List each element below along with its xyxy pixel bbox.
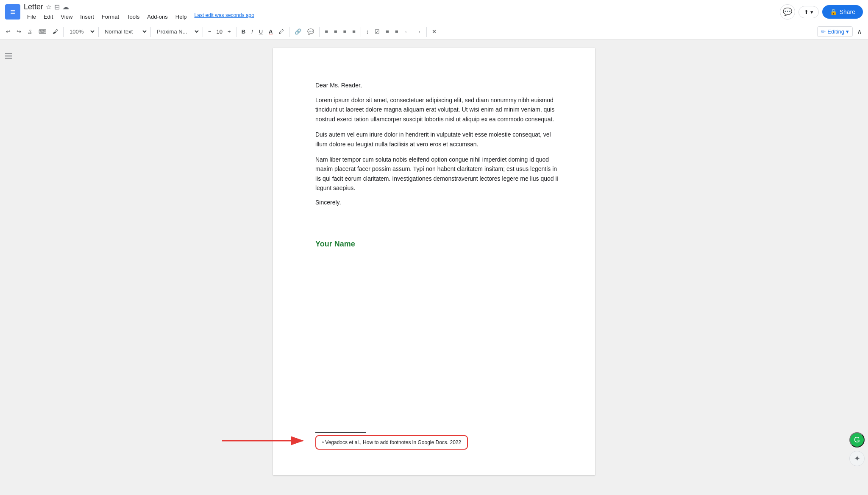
menu-edit[interactable]: Edit bbox=[40, 12, 56, 21]
footnote-area: ¹ Vegadocs et al., How to add footnotes … bbox=[315, 432, 561, 450]
spell-check-button[interactable]: ⌨ bbox=[36, 27, 49, 36]
insert-link-button[interactable]: 🔗 bbox=[292, 27, 304, 36]
doc-closing[interactable]: Sincerely, bbox=[315, 199, 561, 206]
menu-insert[interactable]: Insert bbox=[77, 12, 97, 21]
sidebar-toggle-icon bbox=[4, 52, 13, 61]
menu-bar: File Edit View Insert Format Tools Add-o… bbox=[24, 12, 776, 21]
align-right-button[interactable]: ≡ bbox=[341, 27, 349, 36]
divider-7 bbox=[319, 27, 320, 37]
doc-title: Letter bbox=[24, 3, 43, 11]
zoom-select[interactable]: 100% 75% 125% 150% bbox=[66, 26, 96, 37]
bold-button[interactable]: B bbox=[239, 27, 248, 36]
star-icon[interactable]: ☆ bbox=[46, 3, 52, 11]
divider-6 bbox=[289, 27, 289, 37]
save-dropdown-arrow[interactable]: ▾ bbox=[810, 9, 813, 15]
text-color-button[interactable]: A bbox=[266, 27, 275, 36]
divider-3 bbox=[150, 27, 151, 37]
document-page[interactable]: Dear Ms. Reader, Lorem ipsum dolor sit a… bbox=[273, 48, 595, 475]
text-style-select[interactable]: Normal text Heading 1 Heading 2 bbox=[101, 26, 148, 37]
document-container[interactable]: Dear Ms. Reader, Lorem ipsum dolor sit a… bbox=[0, 39, 868, 492]
insert-comment-button[interactable]: 💬 bbox=[305, 27, 317, 36]
footnote-text[interactable]: ¹ Vegadocs et al., How to add footnotes … bbox=[315, 435, 468, 450]
app-icon[interactable]: ≡ bbox=[5, 4, 20, 20]
doc-salutation[interactable]: Dear Ms. Reader, bbox=[315, 82, 561, 89]
font-size-increase-button[interactable]: + bbox=[225, 27, 234, 36]
right-sidebar: G ✦ bbox=[846, 429, 868, 470]
underline-button[interactable]: U bbox=[256, 27, 265, 36]
grammarly-button[interactable]: G bbox=[849, 432, 865, 447]
top-bar: ≡ Letter ☆ ⊟ ☁ File Edit View Insert For… bbox=[0, 0, 868, 24]
align-justify-button[interactable]: ≡ bbox=[350, 27, 358, 36]
pencil-icon: ✏ bbox=[821, 28, 826, 35]
menu-tools[interactable]: Tools bbox=[123, 12, 143, 21]
top-right-actions: 💬 ⬆ ▾ 🔒 Share bbox=[780, 4, 863, 20]
divider-1 bbox=[63, 27, 64, 37]
doc-paragraph-3[interactable]: Nam liber tempor cum soluta nobis eleife… bbox=[315, 155, 561, 193]
save-to-drive-button[interactable]: ⬆ ▾ bbox=[798, 6, 819, 18]
indent-less-button[interactable]: ← bbox=[402, 27, 412, 36]
toolbar: ↩ ↪ 🖨 ⌨ 🖌 100% 75% 125% 150% Normal text… bbox=[0, 24, 868, 39]
save-icon: ⬆ bbox=[804, 9, 809, 15]
divider-8 bbox=[361, 27, 361, 37]
doc-title-row: Letter ☆ ⊟ ☁ bbox=[24, 3, 776, 11]
redo-button[interactable]: ↪ bbox=[14, 27, 24, 36]
sidebar-toggle-button[interactable] bbox=[0, 48, 17, 65]
footnote-rule bbox=[315, 432, 366, 433]
share-label: Share bbox=[840, 8, 855, 15]
svg-rect-2 bbox=[5, 58, 12, 59]
comment-button[interactable]: 💬 bbox=[780, 4, 795, 20]
highlight-button[interactable]: 🖊 bbox=[276, 27, 287, 36]
gemini-button[interactable]: ✦ bbox=[849, 451, 865, 466]
last-edit-link[interactable]: Last edit was seconds ago bbox=[195, 12, 254, 21]
checklist-button[interactable]: ☑ bbox=[372, 27, 382, 36]
doc-paragraph-1[interactable]: Lorem ipsum dolor sit amet, consectetuer… bbox=[315, 95, 561, 124]
menu-addons[interactable]: Add-ons bbox=[144, 12, 171, 21]
editing-mode-button[interactable]: ✏ Editing ▾ bbox=[817, 26, 853, 37]
svg-rect-0 bbox=[5, 53, 12, 54]
lock-icon: 🔒 bbox=[830, 8, 837, 15]
editing-dropdown-arrow: ▾ bbox=[846, 28, 849, 35]
numbered-list-button[interactable]: ≡ bbox=[392, 27, 401, 36]
folder-icon[interactable]: ⊟ bbox=[54, 3, 60, 11]
indent-more-button[interactable]: → bbox=[413, 27, 424, 36]
doc-name[interactable]: Your Name bbox=[315, 240, 561, 249]
toolbar-collapse-button[interactable]: ∧ bbox=[854, 26, 865, 37]
print-button[interactable]: 🖨 bbox=[25, 27, 35, 36]
divider-4 bbox=[203, 27, 203, 37]
divider-5 bbox=[236, 27, 236, 37]
divider-9 bbox=[426, 27, 427, 37]
cloud-icon[interactable]: ☁ bbox=[62, 3, 69, 11]
menu-help[interactable]: Help bbox=[172, 12, 190, 21]
clear-format-button[interactable]: ✕ bbox=[429, 27, 439, 36]
menu-file[interactable]: File bbox=[24, 12, 39, 21]
font-size-decrease-button[interactable]: − bbox=[206, 27, 214, 36]
align-center-button[interactable]: ≡ bbox=[331, 27, 340, 36]
align-left-button[interactable]: ≡ bbox=[322, 27, 331, 36]
font-select[interactable]: Proxima N... Arial Times New Roman bbox=[153, 26, 200, 37]
italic-button[interactable]: I bbox=[249, 27, 256, 36]
editing-mode-label: Editing bbox=[827, 28, 844, 35]
undo-button[interactable]: ↩ bbox=[3, 27, 13, 36]
doc-paragraph-2[interactable]: Duis autem vel eum iriure dolor in hendr… bbox=[315, 130, 561, 149]
main-area: Dear Ms. Reader, Lorem ipsum dolor sit a… bbox=[0, 39, 868, 492]
share-button[interactable]: 🔒 Share bbox=[822, 5, 863, 19]
font-size-value: 10 bbox=[215, 28, 224, 35]
svg-rect-1 bbox=[5, 56, 12, 56]
doc-title-area: Letter ☆ ⊟ ☁ File Edit View Insert Forma… bbox=[24, 3, 776, 21]
bulleted-list-button[interactable]: ≡ bbox=[383, 27, 392, 36]
copy-format-button[interactable]: 🖌 bbox=[50, 27, 61, 36]
menu-view[interactable]: View bbox=[57, 12, 76, 21]
line-spacing-button[interactable]: ↕ bbox=[364, 27, 372, 36]
footnote-arrow bbox=[218, 434, 311, 447]
divider-2 bbox=[98, 27, 99, 37]
menu-format[interactable]: Format bbox=[98, 12, 122, 21]
